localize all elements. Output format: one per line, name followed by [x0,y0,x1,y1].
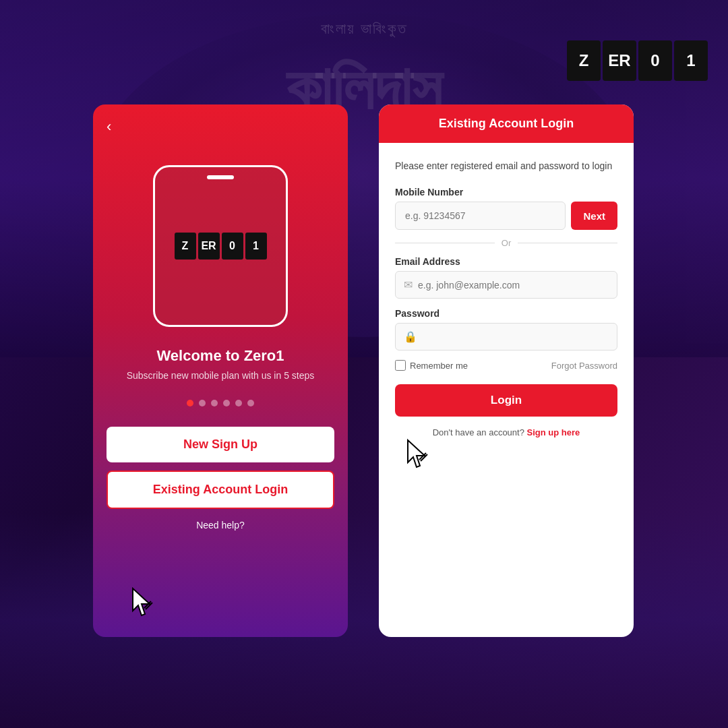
dot-4 [223,400,230,406]
left-panel: ‹ Z ER 0 1 Welcome to Zero1 Subscribe ne… [93,104,348,637]
remember-me-label[interactable]: Remember me [395,360,468,371]
dot-2 [199,400,206,406]
new-signup-button[interactable]: New Sign Up [107,427,334,462]
mobile-label: Mobile Number [395,187,617,198]
remember-me-text: Remember me [410,361,468,371]
or-divider: Or [395,238,617,248]
phone-illustration: Z ER 0 1 [153,165,288,327]
logo-cell-1: 1 [674,40,708,81]
login-description: Please enter registered email and passwo… [395,159,617,173]
login-panel-title: Existing Account Login [439,117,574,130]
welcome-heading: Welcome to Zero1 [156,347,284,365]
or-line-right [518,243,617,243]
logo-cell-er: ER [603,40,636,81]
password-label: Password [395,308,617,319]
phone-logo-0: 0 [222,233,243,260]
forgot-password-link[interactable]: Forgot Password [551,361,617,371]
dot-1 [187,400,193,406]
bangla-subtitle: বাংলায় ভাবিংকুত [321,20,407,38]
or-text: Or [502,238,511,248]
right-panel: Existing Account Login Please enter regi… [379,104,634,637]
signup-link-row: Don't have an account? Sign up here [395,427,617,437]
phone-logo-er: ER [198,233,220,260]
logo-cell-0: 0 [638,40,672,81]
email-input[interactable] [418,280,609,291]
back-button[interactable]: ‹ [107,118,111,135]
existing-login-button[interactable]: Existing Account Login [107,471,334,509]
signup-here-link[interactable]: Sign up here [527,427,580,437]
phone-logo: Z ER 0 1 [175,233,267,260]
remember-checkbox[interactable] [395,360,406,371]
signup-prompt-text: Don't have an account? [433,427,524,437]
logo-cell-z: Z [567,40,601,81]
mobile-input[interactable] [395,202,566,230]
login-button[interactable]: Login [395,384,617,417]
remember-forgot-row: Remember me Forgot Password [395,360,617,371]
mobile-input-row: Next [395,202,617,230]
password-input[interactable] [423,332,609,342]
dot-5 [235,400,242,406]
phone-logo-1: 1 [245,233,267,260]
phone-logo-z: Z [175,233,196,260]
email-input-wrapper: ✉ [395,271,617,299]
welcome-subtitle: Subscribe new mobile plan with us in 5 s… [127,370,315,381]
or-line-left [395,243,495,243]
lock-icon: 🔒 [404,330,417,343]
need-help-link[interactable]: Need help? [196,520,245,530]
mail-icon: ✉ [404,278,413,291]
dot-6 [247,400,254,406]
login-panel-body: Please enter registered email and passwo… [379,143,634,454]
login-panel-header: Existing Account Login [379,104,634,143]
zero1-logo-topright: Z ER 0 1 [567,40,708,81]
email-label: Email Address [395,256,617,267]
password-input-wrapper: 🔒 [395,323,617,351]
next-button[interactable]: Next [571,202,617,230]
dot-3 [211,400,218,406]
carousel-dots [187,400,254,406]
